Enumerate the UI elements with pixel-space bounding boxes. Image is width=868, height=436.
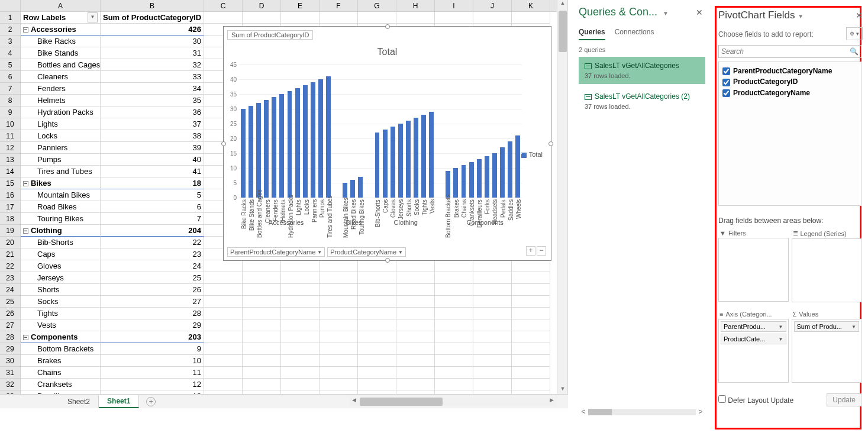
group-total[interactable]: 203 xyxy=(101,331,204,343)
data-cell-value[interactable]: 36 xyxy=(101,106,204,118)
data-cell-value[interactable]: 22 xyxy=(101,237,204,248)
select-all-corner[interactable] xyxy=(0,0,21,11)
chart-bar[interactable] xyxy=(515,135,520,198)
query-item[interactable]: SalesLT vGetAllCategories (2)37 rows loa… xyxy=(579,88,705,115)
data-cell-value[interactable]: 29 xyxy=(101,319,204,331)
group-total[interactable]: 426 xyxy=(101,24,204,35)
sheet-tab-sheet2[interactable]: Sheet2 xyxy=(59,396,99,408)
data-cell-label[interactable]: Tights xyxy=(21,308,101,319)
chart-bar[interactable] xyxy=(241,109,246,198)
data-cell-value[interactable]: 10 xyxy=(101,355,204,367)
area-field-item[interactable]: ParentProdu...▼ xyxy=(721,321,786,332)
chart-bar[interactable] xyxy=(350,180,355,198)
chart-bar[interactable] xyxy=(279,94,284,198)
area-values[interactable]: ΣValues Sum of Produ...▼ xyxy=(792,309,862,387)
chart-bar[interactable] xyxy=(288,91,292,198)
data-cell-label[interactable]: Bottles and Cages xyxy=(21,59,101,71)
data-cell-value[interactable]: 38 xyxy=(101,130,204,142)
collapse-icon[interactable]: − xyxy=(23,181,28,186)
row-header[interactable]: 23 xyxy=(0,272,21,284)
col-header-F[interactable]: F xyxy=(320,0,358,11)
row-header[interactable]: 22 xyxy=(0,260,21,272)
row-header[interactable]: 30 xyxy=(0,355,21,367)
scroll-thumb[interactable] xyxy=(559,11,567,52)
area-axis[interactable]: ≡Axis (Categori... ParentProdu...▼Produc… xyxy=(718,309,789,387)
group-cell[interactable]: −Components xyxy=(21,331,101,343)
chart-bar[interactable] xyxy=(326,76,331,198)
scroll-right-icon[interactable]: > xyxy=(696,408,705,416)
col-header-D[interactable]: D xyxy=(243,0,281,11)
row-header[interactable]: 8 xyxy=(0,95,21,106)
chart-bar[interactable] xyxy=(249,106,253,198)
chart-bar[interactable] xyxy=(469,162,474,198)
row-header[interactable]: 28 xyxy=(0,331,21,343)
chart-legend[interactable]: Total xyxy=(521,151,543,158)
data-cell-value[interactable]: 6 xyxy=(101,201,204,213)
data-cell-value[interactable]: 31 xyxy=(101,47,204,59)
chart-bar[interactable] xyxy=(318,79,323,198)
col-header-E[interactable]: E xyxy=(281,0,320,11)
chart-bar[interactable] xyxy=(492,153,497,198)
chart-bar[interactable] xyxy=(391,127,395,198)
area-filters[interactable]: ▼Filters xyxy=(718,228,789,306)
row-header[interactable]: 24 xyxy=(0,284,21,296)
queries-hscroll[interactable]: < > xyxy=(579,407,705,416)
resize-handle-w[interactable] xyxy=(221,141,226,146)
data-cell-label[interactable]: Brakes xyxy=(21,355,101,367)
pivot-chart[interactable]: Sum of ProductCategoryID Total Total 051… xyxy=(223,26,551,261)
data-cell-label[interactable]: Mountain Bikes xyxy=(21,189,101,201)
chart-bar[interactable] xyxy=(375,133,380,198)
col-header-A[interactable]: A xyxy=(21,0,101,11)
group-cell[interactable]: −Bikes xyxy=(21,177,101,189)
data-cell-label[interactable]: Fenders xyxy=(21,83,101,95)
data-cell-label[interactable]: Locks xyxy=(21,130,101,142)
col-header-K[interactable]: K xyxy=(512,0,550,11)
cell-rowlabels-hdr[interactable]: Row Labels▼ xyxy=(21,12,101,24)
add-sheet-button[interactable]: + xyxy=(146,397,156,406)
data-cell-label[interactable]: Caps xyxy=(21,248,101,260)
scroll-thumb[interactable] xyxy=(360,398,443,406)
chart-bar[interactable] xyxy=(508,141,512,198)
chart-bar[interactable] xyxy=(295,88,300,198)
resize-handle-e[interactable] xyxy=(548,141,553,146)
scroll-up-icon[interactable]: ▲ xyxy=(557,0,568,9)
row-header[interactable]: 26 xyxy=(0,308,21,319)
chart-filter-parent[interactable]: ParentProductCategoryName▼ xyxy=(227,247,325,257)
queries-tab[interactable]: Queries xyxy=(579,28,605,40)
collapse-icon[interactable]: − xyxy=(23,27,28,33)
row-header[interactable]: 19 xyxy=(0,225,21,237)
data-cell-value[interactable]: 25 xyxy=(101,272,204,284)
update-button[interactable]: Update xyxy=(827,393,861,406)
col-header-I[interactable]: I xyxy=(435,0,473,11)
data-cell-label[interactable]: Chains xyxy=(21,367,101,379)
chart-bar[interactable] xyxy=(264,100,269,198)
data-cell-label[interactable]: Vests xyxy=(21,319,101,331)
resize-handle-n[interactable] xyxy=(385,24,390,29)
row-header[interactable]: 20 xyxy=(0,237,21,248)
col-header-G[interactable]: G xyxy=(358,0,396,11)
connections-tab[interactable]: Connections xyxy=(615,28,654,40)
row-header[interactable]: 4 xyxy=(0,47,21,59)
row-header[interactable]: 3 xyxy=(0,35,21,47)
group-cell[interactable]: −Accessories xyxy=(21,24,101,35)
data-cell-value[interactable]: 30 xyxy=(101,35,204,47)
fields-tools-button[interactable]: ⚙ ▾ xyxy=(846,27,863,40)
data-cell-value[interactable]: 41 xyxy=(101,166,204,177)
data-cell-value[interactable]: 7 xyxy=(101,213,204,225)
close-fields-button[interactable]: ✕ xyxy=(856,11,863,20)
chart-bar[interactable] xyxy=(406,121,411,198)
col-header-J[interactable]: J xyxy=(473,0,512,11)
row-header[interactable]: 2 xyxy=(0,24,21,35)
field-checkbox[interactable]: ProductCategoryName xyxy=(722,89,810,97)
group-total[interactable]: 204 xyxy=(101,225,204,237)
data-cell-label[interactable]: Shorts xyxy=(21,284,101,296)
fields-list[interactable]: ParentProductCategoryNameProductCategory… xyxy=(718,62,861,206)
data-cell-value[interactable]: 24 xyxy=(101,260,204,272)
row-header[interactable]: 27 xyxy=(0,319,21,331)
chart-bar[interactable] xyxy=(462,165,466,198)
scroll-thumb[interactable] xyxy=(588,409,612,415)
row-header[interactable]: 9 xyxy=(0,106,21,118)
fields-search-input[interactable] xyxy=(721,47,850,56)
chart-bar[interactable] xyxy=(485,156,489,198)
data-cell-value[interactable]: 40 xyxy=(101,154,204,166)
